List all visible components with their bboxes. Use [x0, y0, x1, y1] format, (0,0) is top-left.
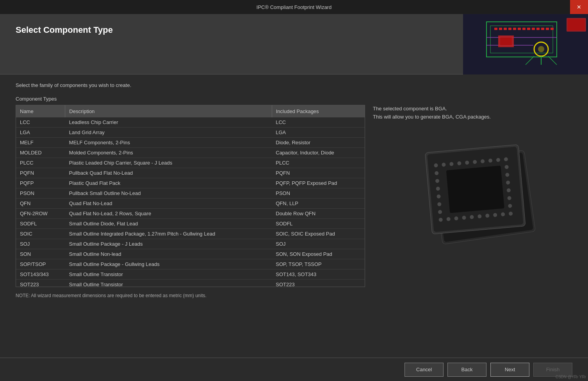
cell-description: Quad Flat No-Lead, 2 Rows, Square [65, 209, 272, 219]
table-row[interactable]: MOLDEDMolded Components, 2-PinsCapacitor… [16, 148, 365, 158]
cell-description: Leadless Chip Carrier [65, 117, 272, 128]
cell-name: SOT143/343 [16, 269, 65, 280]
svg-rect-13 [541, 28, 544, 30]
note-text: NOTE: All wizard measurement dimensions … [16, 293, 572, 298]
cell-description: Plastic Quad Flat Pack [65, 178, 272, 188]
table-row[interactable]: SODFLSmall Outline Diode, Flat LeadSODFL [16, 219, 365, 229]
table-row[interactable]: LCCLeadless Chip CarrierLCC [16, 117, 365, 128]
cell-description: MELF Components, 2-Pins [65, 138, 272, 148]
cell-name: PQFP [16, 178, 65, 188]
cancel-button[interactable]: Cancel [404, 363, 444, 377]
cell-description: Small Outline Non-lead [65, 249, 272, 259]
cell-packages: SODFL [272, 219, 365, 229]
cell-packages: Capacitor, Inductor, Diode [272, 148, 365, 158]
next-button[interactable]: Next [490, 363, 529, 377]
table-header-row: Name Description Included Packages [16, 105, 365, 117]
cell-name: SOT223 [16, 280, 65, 287]
table-row[interactable]: MELFMELF Components, 2-PinsDiode, Resist… [16, 138, 365, 148]
table-row[interactable]: SOT143/343Small Outline TransistorSOT143… [16, 269, 365, 280]
cell-description: Pullback Small Outline No-Lead [65, 188, 272, 198]
component-table-container: Name Description Included Packages LCCLe… [16, 105, 365, 287]
cell-packages: SOIC, SOIC Exposed Pad [272, 229, 365, 239]
svg-rect-15 [551, 28, 554, 30]
table-row[interactable]: SOJSmall Outline Package - J LeadsSOJ [16, 239, 365, 249]
cell-packages: Diode, Resistor [272, 138, 365, 148]
titlebar: IPC® Compliant Footprint Wizard ✕ [0, 0, 588, 14]
cell-packages: SOJ [272, 239, 365, 249]
cell-description: Small Outline Package - J Leads [65, 239, 272, 249]
cell-name: QFN [16, 198, 65, 209]
component-info: The selected component is BGA. This will… [373, 105, 572, 121]
cell-packages: PQFP, PQFP Exposed Pad [272, 178, 365, 188]
info-line2: This will allow you to generate BGA, CGA… [373, 113, 572, 121]
cell-description: Pullback Quad Flat No-Lead [65, 168, 272, 178]
cell-packages: SOT223 [272, 280, 365, 287]
svg-rect-4 [499, 28, 502, 30]
table-body: LCCLeadless Chip CarrierLCCLGALand Grid … [16, 117, 365, 287]
cell-packages: Double Row QFN [272, 209, 365, 219]
cell-description: Small Outline Transistor [65, 280, 272, 287]
cell-description: Small Outline Package - Gullwing Leads [65, 259, 272, 269]
table-row[interactable]: PQFNPullback Quad Flat No-LeadPQFN [16, 168, 365, 178]
table-row[interactable]: SOT223Small Outline TransistorSOT223 [16, 280, 365, 287]
cell-name: LCC [16, 117, 65, 128]
footer: Cancel Back Next Finish CSDN @YRr YRr [0, 358, 588, 381]
svg-point-17 [538, 46, 544, 52]
svg-rect-8 [518, 28, 521, 30]
table-scroll[interactable]: Name Description Included Packages LCCLe… [16, 105, 365, 287]
back-button[interactable]: Back [447, 363, 486, 377]
svg-rect-3 [494, 28, 497, 30]
content-row: Name Description Included Packages LCCLe… [16, 105, 572, 287]
cell-description: Land Grid Array [65, 128, 272, 138]
table-row[interactable]: QFNQuad Flat No-LeadQFN, LLP [16, 198, 365, 209]
svg-rect-26 [568, 19, 585, 30]
cell-name: LGA [16, 128, 65, 138]
svg-rect-11 [532, 28, 535, 30]
svg-rect-21 [500, 37, 512, 45]
cell-description: Small Outline Integrated Package, 1.27mm… [65, 229, 272, 239]
svg-rect-111 [446, 165, 504, 213]
cell-packages: PQFN [272, 168, 365, 178]
header-image [463, 14, 588, 74]
table-row[interactable]: QFN-2ROWQuad Flat No-Lead, 2 Rows, Squar… [16, 209, 365, 219]
cell-name: SOIC [16, 229, 65, 239]
col-name: Name [16, 105, 65, 117]
cell-description: Quad Flat No-Lead [65, 198, 272, 209]
cell-packages: PSON [272, 188, 365, 198]
table-row[interactable]: PLCCPlastic Leaded Chip Carrier, Square … [16, 158, 365, 168]
component-image [373, 129, 572, 246]
cell-name: SOP/TSOP [16, 259, 65, 269]
header: Select Component Type [0, 14, 588, 74]
cell-name: MOLDED [16, 148, 65, 158]
cell-packages: LGA [272, 128, 365, 138]
cell-name: SODFL [16, 219, 65, 229]
cell-description: Small Outline Diode, Flat Lead [65, 219, 272, 229]
table-row[interactable]: PSONPullback Small Outline No-LeadPSON [16, 188, 365, 198]
cell-name: SON [16, 249, 65, 259]
table-row[interactable]: SOICSmall Outline Integrated Package, 1.… [16, 229, 365, 239]
svg-rect-7 [513, 28, 516, 30]
svg-rect-10 [527, 28, 530, 30]
cell-packages: SOP, TSOP, TSSOP [272, 259, 365, 269]
table-row[interactable]: LGALand Grid ArrayLGA [16, 128, 365, 138]
component-table: Name Description Included Packages LCCLe… [16, 105, 365, 287]
cell-packages: PLCC [272, 158, 365, 168]
close-button[interactable]: ✕ [570, 0, 588, 14]
col-description: Description [65, 105, 272, 117]
table-row[interactable]: SOP/TSOPSmall Outline Package - Gullwing… [16, 259, 365, 269]
info-line1: The selected component is BGA. [373, 105, 572, 113]
svg-rect-9 [522, 28, 526, 30]
cell-packages: SON, SON Exposed Pad [272, 249, 365, 259]
cell-name: PLCC [16, 158, 65, 168]
cell-packages: LCC [272, 117, 365, 128]
cell-packages: SOT143, SOT343 [272, 269, 365, 280]
watermark: CSDN @YRr YRr [556, 375, 586, 379]
svg-rect-12 [536, 28, 540, 30]
page-title: Select Component Type [16, 22, 113, 35]
main-content: Select the family of components you wish… [0, 74, 588, 306]
table-row[interactable]: SONSmall Outline Non-leadSON, SON Expose… [16, 249, 365, 259]
right-panel: The selected component is BGA. This will… [373, 105, 572, 287]
section-label: Component Types [16, 96, 572, 102]
table-row[interactable]: PQFPPlastic Quad Flat PackPQFP, PQFP Exp… [16, 178, 365, 188]
cell-description: Plastic Leaded Chip Carrier, Square - J … [65, 158, 272, 168]
